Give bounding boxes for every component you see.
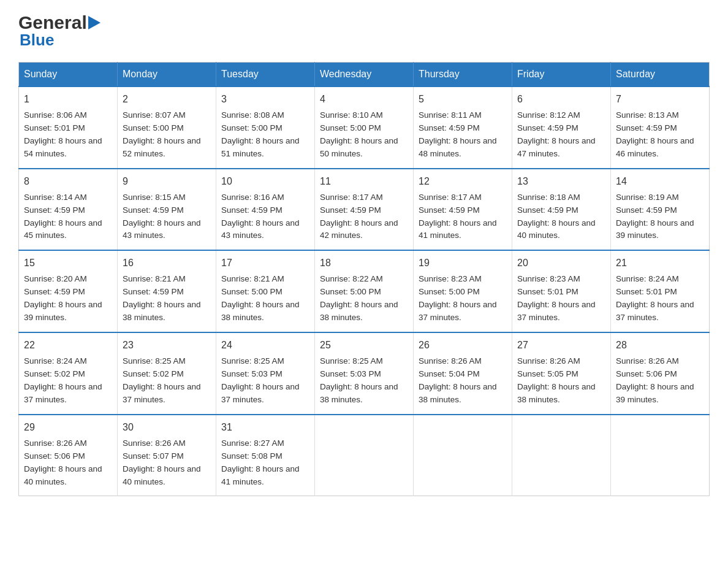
logo-arrow-icon [88,16,100,29]
calendar-cell: 21 Sunrise: 8:24 AMSunset: 5:01 PMDaylig… [611,250,710,332]
calendar-body: 1 Sunrise: 8:06 AMSunset: 5:01 PMDayligh… [19,86,710,496]
day-number: 28 [616,338,704,353]
day-number: 29 [24,420,112,435]
day-number: 7 [616,92,704,107]
day-info: Sunrise: 8:17 AMSunset: 4:59 PMDaylight:… [419,191,507,243]
calendar-cell: 15 Sunrise: 8:20 AMSunset: 4:59 PMDaylig… [19,250,118,332]
day-info: Sunrise: 8:15 AMSunset: 4:59 PMDaylight:… [123,191,211,243]
day-info: Sunrise: 8:21 AMSunset: 5:00 PMDaylight:… [221,273,309,324]
day-number: 3 [221,92,309,107]
calendar-cell: 7 Sunrise: 8:13 AMSunset: 4:59 PMDayligh… [611,86,710,169]
calendar-cell [414,415,512,496]
day-info: Sunrise: 8:26 AMSunset: 5:06 PMDaylight:… [616,355,704,407]
day-info: Sunrise: 8:17 AMSunset: 4:59 PMDaylight:… [320,191,408,243]
calendar-week-3: 15 Sunrise: 8:20 AMSunset: 4:59 PMDaylig… [19,250,710,332]
day-number: 1 [24,92,112,107]
logo-general: General [18,12,87,33]
day-info: Sunrise: 8:23 AMSunset: 5:01 PMDaylight:… [517,273,605,324]
calendar-cell: 26 Sunrise: 8:26 AMSunset: 5:04 PMDaylig… [414,332,512,415]
day-info: Sunrise: 8:16 AMSunset: 4:59 PMDaylight:… [221,191,309,243]
calendar-week-5: 29 Sunrise: 8:26 AMSunset: 5:06 PMDaylig… [19,415,710,496]
day-info: Sunrise: 8:21 AMSunset: 4:59 PMDaylight:… [123,273,211,324]
calendar-cell: 28 Sunrise: 8:26 AMSunset: 5:06 PMDaylig… [611,332,710,415]
day-info: Sunrise: 8:07 AMSunset: 5:00 PMDaylight:… [123,109,211,161]
calendar-cell: 13 Sunrise: 8:18 AMSunset: 4:59 PMDaylig… [512,169,611,251]
calendar-cell: 8 Sunrise: 8:14 AMSunset: 4:59 PMDayligh… [19,169,118,251]
day-info: Sunrise: 8:25 AMSunset: 5:03 PMDaylight:… [221,355,309,407]
calendar-week-4: 22 Sunrise: 8:24 AMSunset: 5:02 PMDaylig… [19,332,710,415]
day-info: Sunrise: 8:24 AMSunset: 5:01 PMDaylight:… [616,273,704,324]
day-info: Sunrise: 8:18 AMSunset: 4:59 PMDaylight:… [517,191,605,243]
calendar-week-1: 1 Sunrise: 8:06 AMSunset: 5:01 PMDayligh… [19,86,710,169]
day-number: 12 [419,174,507,189]
day-number: 13 [517,174,605,189]
calendar-cell: 22 Sunrise: 8:24 AMSunset: 5:02 PMDaylig… [19,332,118,415]
calendar-cell: 10 Sunrise: 8:16 AMSunset: 4:59 PMDaylig… [216,169,315,251]
day-number: 8 [24,174,112,189]
header-day-monday: Monday [118,63,216,87]
day-number: 24 [221,338,309,353]
day-number: 26 [419,338,507,353]
day-number: 2 [123,92,211,107]
calendar-table: SundayMondayTuesdayWednesdayThursdayFrid… [18,62,710,496]
calendar-cell: 5 Sunrise: 8:11 AMSunset: 4:59 PMDayligh… [414,86,512,169]
page-header: General Blue [18,12,710,50]
header-day-wednesday: Wednesday [315,63,414,87]
day-info: Sunrise: 8:13 AMSunset: 4:59 PMDaylight:… [616,109,704,161]
calendar-cell: 17 Sunrise: 8:21 AMSunset: 5:00 PMDaylig… [216,250,315,332]
calendar-cell: 25 Sunrise: 8:25 AMSunset: 5:03 PMDaylig… [315,332,414,415]
day-number: 30 [123,420,211,435]
header-day-sunday: Sunday [19,63,118,87]
day-number: 31 [221,420,309,435]
day-info: Sunrise: 8:24 AMSunset: 5:02 PMDaylight:… [24,355,112,407]
day-info: Sunrise: 8:26 AMSunset: 5:05 PMDaylight:… [517,355,605,407]
day-info: Sunrise: 8:23 AMSunset: 5:00 PMDaylight:… [419,273,507,324]
day-number: 6 [517,92,605,107]
calendar-cell: 6 Sunrise: 8:12 AMSunset: 4:59 PMDayligh… [512,86,611,169]
day-number: 9 [123,174,211,189]
day-number: 18 [320,256,408,270]
header-day-thursday: Thursday [414,63,512,87]
calendar-cell: 14 Sunrise: 8:19 AMSunset: 4:59 PMDaylig… [611,169,710,251]
calendar-cell: 9 Sunrise: 8:15 AMSunset: 4:59 PMDayligh… [118,169,216,251]
day-info: Sunrise: 8:10 AMSunset: 5:00 PMDaylight:… [320,109,408,161]
calendar-cell: 18 Sunrise: 8:22 AMSunset: 5:00 PMDaylig… [315,250,414,332]
day-number: 20 [517,256,605,270]
calendar-week-2: 8 Sunrise: 8:14 AMSunset: 4:59 PMDayligh… [19,169,710,251]
day-info: Sunrise: 8:20 AMSunset: 4:59 PMDaylight:… [24,273,112,324]
header-day-saturday: Saturday [611,63,710,87]
calendar-cell: 11 Sunrise: 8:17 AMSunset: 4:59 PMDaylig… [315,169,414,251]
calendar-cell: 19 Sunrise: 8:23 AMSunset: 5:00 PMDaylig… [414,250,512,332]
day-info: Sunrise: 8:26 AMSunset: 5:06 PMDaylight:… [24,437,112,489]
calendar-cell: 12 Sunrise: 8:17 AMSunset: 4:59 PMDaylig… [414,169,512,251]
day-info: Sunrise: 8:27 AMSunset: 5:08 PMDaylight:… [221,437,309,489]
calendar-cell: 24 Sunrise: 8:25 AMSunset: 5:03 PMDaylig… [216,332,315,415]
day-info: Sunrise: 8:22 AMSunset: 5:00 PMDaylight:… [320,273,408,324]
day-number: 19 [419,256,507,270]
calendar-cell: 2 Sunrise: 8:07 AMSunset: 5:00 PMDayligh… [118,86,216,169]
logo: General Blue [18,12,100,50]
header-day-tuesday: Tuesday [216,63,315,87]
calendar-cell [315,415,414,496]
day-number: 11 [320,174,408,189]
day-number: 23 [123,338,211,353]
calendar-cell: 3 Sunrise: 8:08 AMSunset: 5:00 PMDayligh… [216,86,315,169]
calendar-cell: 1 Sunrise: 8:06 AMSunset: 5:01 PMDayligh… [19,86,118,169]
day-number: 5 [419,92,507,107]
day-info: Sunrise: 8:19 AMSunset: 4:59 PMDaylight:… [616,191,704,243]
calendar-cell [512,415,611,496]
svg-marker-0 [88,16,100,29]
header-day-friday: Friday [512,63,611,87]
day-info: Sunrise: 8:14 AMSunset: 4:59 PMDaylight:… [24,191,112,243]
day-number: 10 [221,174,309,189]
day-number: 15 [24,256,112,270]
day-number: 21 [616,256,704,270]
calendar-cell: 30 Sunrise: 8:26 AMSunset: 5:07 PMDaylig… [118,415,216,496]
header-row: SundayMondayTuesdayWednesdayThursdayFrid… [19,63,710,87]
day-info: Sunrise: 8:08 AMSunset: 5:00 PMDaylight:… [221,109,309,161]
calendar-cell: 16 Sunrise: 8:21 AMSunset: 4:59 PMDaylig… [118,250,216,332]
day-number: 16 [123,256,211,270]
day-info: Sunrise: 8:26 AMSunset: 5:04 PMDaylight:… [419,355,507,407]
day-info: Sunrise: 8:06 AMSunset: 5:01 PMDaylight:… [24,109,112,161]
day-info: Sunrise: 8:26 AMSunset: 5:07 PMDaylight:… [123,437,211,489]
